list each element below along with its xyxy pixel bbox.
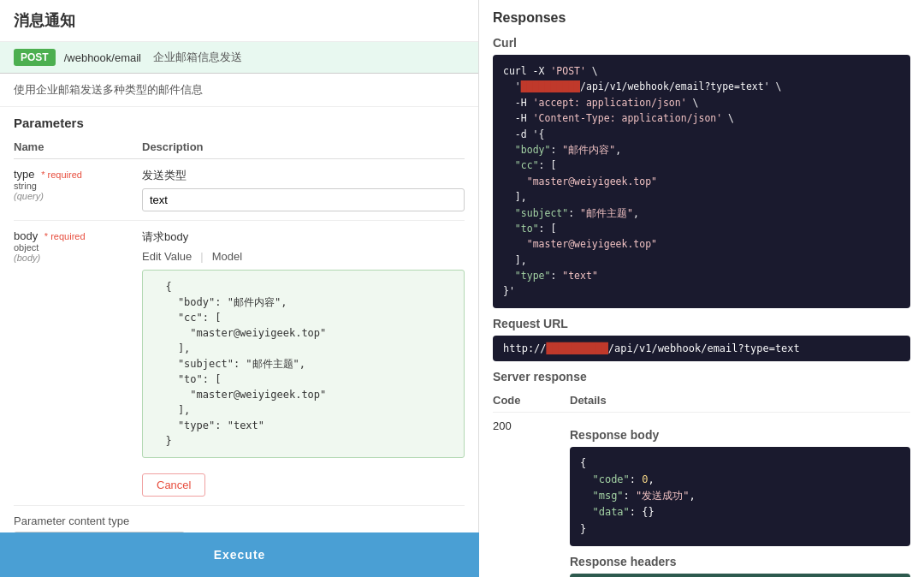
curl-block: curl -X 'POST' \ '██████████/api/v1/webh… (493, 55, 910, 308)
cancel-button[interactable]: Cancel (142, 473, 205, 497)
endpoint-bar: POST /webhook/email 企业邮箱信息发送 (0, 42, 478, 74)
page-title: 消息通知 (0, 0, 478, 42)
parameters-section-title: Parameters (0, 107, 478, 135)
param-desc-body: 请求body (142, 229, 465, 245)
type-input[interactable] (142, 188, 465, 211)
param-name-type: type (14, 168, 35, 181)
edit-value-link[interactable]: Edit Value (142, 250, 192, 263)
request-url-block: http://██████████/api/v1/webhook/email?t… (493, 336, 910, 361)
response-body-block: { "code": 0, "msg": "发送成功", "data": {} } (570, 447, 910, 546)
param-row-body: body * required object (body) 请求body Edi… (14, 221, 465, 506)
responses-title: Responses (493, 10, 910, 26)
name-col-header: Name (14, 140, 125, 153)
param-desc-type: 发送类型 (142, 168, 465, 183)
param-name-body: body (14, 229, 38, 242)
curl-label: Curl (493, 36, 910, 50)
param-location-body: (body) (14, 253, 125, 263)
params-table: Name Description type * required string … (0, 135, 478, 506)
param-location-type: (query) (14, 191, 125, 201)
execute-button[interactable]: Execute (14, 541, 465, 568)
response-body-label: Response body (570, 428, 910, 442)
server-response-code: 200 (493, 419, 544, 577)
edit-model-links: Edit Value | Model (142, 250, 465, 263)
description-text: 使用企业邮箱发送多种类型的邮件信息 (0, 74, 478, 107)
param-required-type: * required (41, 170, 82, 180)
content-type-label: Parameter content type (14, 515, 465, 527)
server-response-label: Server response (493, 370, 910, 384)
body-code-editor[interactable]: { "body": "邮件内容", "cc": [ "master@weiyig… (142, 270, 465, 458)
param-type-body: object (14, 242, 125, 253)
param-required-body: * required (44, 231, 86, 241)
params-header: Name Description (14, 135, 465, 159)
request-url-label: Request URL (493, 317, 910, 330)
code-col-header: Code (493, 394, 544, 407)
endpoint-desc: 企业邮箱信息发送 (153, 50, 242, 65)
execute-bar: Execute (0, 532, 479, 577)
desc-col-header: Description (142, 140, 465, 153)
response-headers-block: content-length: 41 content-type: applica… (570, 574, 910, 577)
response-headers-label: Response headers (570, 555, 910, 568)
model-link[interactable]: Model (212, 250, 242, 263)
endpoint-path: /webhook/email (64, 51, 141, 64)
method-badge: POST (14, 49, 56, 66)
param-row-type: type * required string (query) 发送类型 (14, 159, 465, 221)
param-type-type: string (14, 181, 125, 191)
left-panel: 消息通知 POST /webhook/email 企业邮箱信息发送 使用企业邮箱… (0, 0, 479, 577)
server-response-header: Code Details (493, 389, 910, 413)
details-col-header: Details (570, 394, 910, 407)
right-panel: Responses Curl curl -X 'POST' \ '███████… (479, 0, 924, 577)
